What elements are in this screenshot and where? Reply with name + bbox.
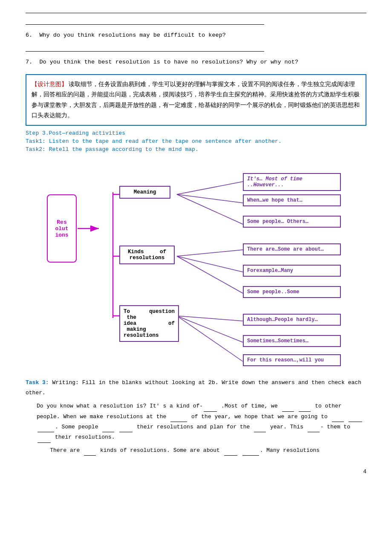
design-note-box: 【设计意图】 读取细节，任务设置由易到难，学生可以更好的理解与掌握文本，设置不同…	[26, 74, 366, 126]
svg-line-14	[177, 316, 243, 361]
question-7-block: 7. Do you think the best resolution is t…	[26, 48, 366, 67]
svg-line-6	[177, 182, 243, 194]
blank-2	[282, 401, 294, 411]
blank-1	[204, 401, 217, 411]
mindmap-container: Resolutions Meaning Kinds ofresolutions …	[26, 160, 366, 365]
right-k3: Some people..Some	[243, 286, 341, 298]
res-text: Resolutions	[55, 219, 68, 238]
question-7-text: 7. Do you think the best resolution is t…	[26, 58, 366, 67]
svg-line-9	[177, 250, 243, 256]
k1-text: There are…Some are about…	[247, 246, 324, 252]
m2-text: When…we hope that…	[247, 197, 303, 203]
blank-13	[84, 445, 96, 456]
blank-7	[37, 422, 54, 432]
step3-label: Step 3.Post—reading activities	[26, 130, 366, 136]
blank-10	[254, 422, 266, 432]
design-note-prefix: 【设计意图】	[32, 81, 67, 87]
task3-paragraph2: There are kinds of resolutions. Some are…	[37, 445, 366, 456]
svg-line-10	[177, 256, 243, 272]
meaning-box: Meaning	[119, 186, 170, 199]
svg-line-13	[177, 316, 243, 342]
kinds-label: Kinds ofresolutions	[128, 249, 166, 261]
blank-9	[119, 422, 133, 432]
blank-12	[37, 432, 51, 442]
question-box: To question theidea of makingresolutions	[119, 305, 179, 342]
q3-text: For this reason…,will you	[247, 357, 324, 363]
svg-line-11	[177, 256, 243, 293]
blank-3	[299, 401, 311, 411]
design-note-text: 读取细节，任务设置由易到难，学生可以更好的理解与掌握文本，设置不同的阅读任务，学…	[32, 81, 360, 119]
blank-6	[349, 412, 362, 422]
right-m2: When…we hope that…	[243, 194, 341, 206]
page-number: 4	[26, 468, 366, 475]
this-word: This	[290, 424, 303, 430]
question-6-text: 6. Why do you think resolutions may be d…	[26, 31, 366, 40]
m1-text: It's… Most of time ..However...	[247, 176, 303, 188]
task3-section: Task 3: Writing: Fill in the blanks with…	[26, 378, 366, 456]
right-k2: Forexample…Many	[243, 265, 341, 277]
q2-text: Sometimes…Sometimes…	[247, 338, 308, 344]
top-divider	[26, 13, 366, 13]
q1-text: Although…People hardly…	[247, 317, 318, 323]
kinds-box: Kinds ofresolutions	[119, 246, 175, 264]
blank-15	[242, 445, 259, 456]
blank-8	[102, 422, 114, 432]
svg-line-7	[177, 194, 243, 203]
task2-line: Task2: Retell the passage according to t…	[26, 146, 366, 153]
blank-5	[332, 412, 344, 422]
svg-line-12	[177, 316, 243, 321]
blank-14	[224, 445, 237, 456]
task3-header: Task 3: Writing: Fill in the blanks with…	[26, 378, 366, 398]
question-label: To question theidea of makingresolutions	[124, 309, 175, 338]
mindmap-connectors	[26, 160, 366, 365]
res-center-box: Resolutions	[47, 194, 77, 263]
k2-text: Forexample…Many	[247, 268, 293, 274]
svg-line-8	[177, 194, 243, 224]
right-q1: Although…People hardly…	[243, 314, 341, 326]
right-m3: Some people… Others…	[243, 216, 341, 228]
task1-line: Task1: Listen to the tape and read after…	[26, 138, 366, 145]
right-k1: There are…Some are about…	[243, 243, 341, 255]
m3-text: Some people… Others…	[247, 219, 308, 225]
right-q3: For this reason…,will you	[243, 354, 341, 366]
blank-11	[308, 422, 320, 432]
blank-4	[170, 412, 187, 422]
question-6-block: 6. Why do you think resolutions may be d…	[26, 21, 366, 40]
right-q2: Sometimes…Sometimes…	[243, 335, 341, 347]
right-m1: It's… Most of time ..However...	[243, 173, 341, 191]
task3-description: Writing: Fill in the blanks without look…	[26, 379, 361, 396]
task3-paragraph1: Do you know what a resolution is? It' s …	[37, 401, 366, 443]
k3-text: Some people..Some	[247, 289, 299, 295]
